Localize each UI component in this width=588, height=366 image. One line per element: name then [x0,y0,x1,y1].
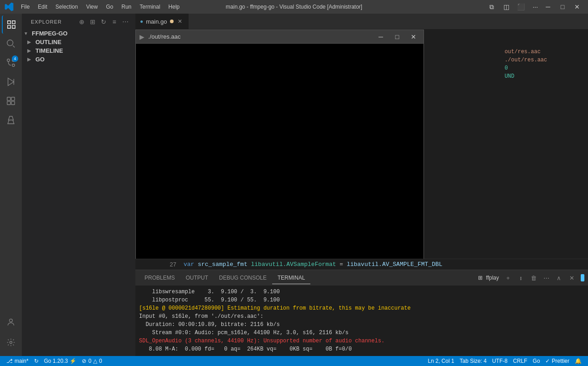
toggle-panel-btn[interactable]: ⬛ [514,2,527,12]
status-tab-size[interactable]: Tab Size: 4 [457,356,489,366]
warnings-icon: △ [93,358,97,364]
activity-testing[interactable] [2,111,20,129]
ffplay-title-icon: ▶ [140,33,145,40]
trash-terminal-btn[interactable]: 🗑 [528,272,539,283]
go-version-label: Go 1.20.3 [44,358,68,364]
status-formatter[interactable]: ✓ Prettier [543,356,572,366]
status-go-version[interactable]: Go 1.20.3 ⚡ [41,356,80,366]
go-label: GO [35,56,45,63]
activity-account[interactable] [2,313,20,331]
menu-selection[interactable]: Selection [52,2,81,12]
tree-item-go[interactable]: ▶ GO [22,55,135,64]
errors-icon: ⊘ [82,358,86,364]
more-terminal-btn[interactable]: ⋯ [541,272,552,283]
split-editor-btn[interactable]: ⧉ [485,2,498,12]
refresh-btn[interactable]: ↻ [99,17,108,26]
tab-output[interactable]: OUTPUT [180,272,214,284]
tab-bar: ● main.go ✕ [135,14,588,30]
ffplay-minimize-btn[interactable]: ─ [374,32,387,42]
terminal-side-text: out/res.aac ./out/res.aac 0 UND [504,48,547,80]
activity-extensions[interactable] [2,92,20,110]
tab-problems[interactable]: PROBLEMS [139,272,180,284]
status-git-branch[interactable]: ⎇ main* [4,356,31,366]
notification-icon: 🔔 [575,358,582,364]
tree-item-outline[interactable]: ▶ OUTLINE [22,38,135,46]
tab-main-go[interactable]: ● main.go ✕ [135,14,189,29]
new-file-btn[interactable]: ⊕ [77,17,86,26]
warnings-count: 0 [99,358,102,364]
menu-run[interactable]: Run [118,2,135,12]
menu-view[interactable]: View [82,2,101,12]
close-btn[interactable]: ✕ [571,2,583,12]
activity-search[interactable] [2,35,20,53]
errors-count: 0 [88,358,91,364]
timeline-arrow: ▶ [27,48,34,53]
activity-bottom [2,313,20,352]
tab-debug-console[interactable]: DEBUG CONSOLE [214,272,272,284]
window-title: main.go - ffmpeg-go - Visual Studio Code… [226,4,362,10]
vscode-logo [5,2,14,11]
minimize-btn[interactable]: ─ [542,2,554,12]
activity-explorer[interactable] [2,15,20,34]
terminal-instance-label[interactable]: ⊞ ffplay [476,275,501,281]
menu-go[interactable]: Go [102,2,117,12]
more-actions-btn[interactable]: ⋯ [121,17,130,26]
title-bar: File Edit Selection View Go Run Terminal… [0,0,588,14]
git-branch-label: main* [15,358,29,364]
tree-item-timeline[interactable]: ▶ TIMELINE [22,46,135,55]
new-folder-btn[interactable]: ⊞ [88,17,97,26]
terminal-line: Input #0, s16le, from './out/res.aac': [139,312,584,321]
status-notifications[interactable]: 🔔 [572,356,584,366]
menu-edit[interactable]: Edit [34,2,51,12]
terminal-line: 8.08 M-A: 0.000 fd= 0 aq= 264KB vq= 0KB … [139,345,584,353]
menu-file[interactable]: File [17,2,33,12]
tab-terminal[interactable]: TERMINAL [272,272,311,284]
svg-rect-9 [11,101,15,105]
tree-item-ffmpeg-go[interactable]: ▼ FFMPEG-GO [22,29,135,38]
editor-area: ● main.go ✕ ▶ ./out/res.aac ─ [135,14,588,356]
folder-label: FFMPEG-GO [32,30,68,37]
ffplay-close-btn[interactable]: ✕ [407,32,420,42]
status-errors[interactable]: ⊘ 0 △ 0 [79,356,105,366]
go-lightning-icon: ⚡ [70,358,76,364]
collapse-all-btn[interactable]: ≡ [110,17,119,26]
terminal-line: [s16le @ 0000021d47280900] Estimating du… [139,304,584,312]
status-cursor-position[interactable]: Ln 2, Col 1 [425,356,457,366]
ffplay-window[interactable]: ▶ ./out/res.aac ─ □ ✕ [135,30,424,259]
panel-scroll-indicator [581,274,584,281]
source-control-badge: 4 [12,55,18,62]
maximize-panel-btn[interactable]: ∧ [553,272,564,283]
maximize-btn[interactable]: □ [556,2,569,12]
ffplay-maximize-btn[interactable]: □ [391,32,404,42]
status-right: Ln 2, Col 1 Tab Size: 4 UTF-8 CRLF Go ✓ … [425,356,584,366]
menu-help[interactable]: Help [165,2,184,12]
activity-run[interactable] [2,73,20,91]
formatter-label: Prettier [552,358,569,364]
toggle-sidebar-btn[interactable]: ◫ [500,2,513,12]
close-panel-btn[interactable]: ✕ [566,272,577,283]
code-content: var src_sample_fmt libavutil.AVSampleFor… [184,261,443,268]
svg-point-11 [10,341,12,344]
svg-point-0 [7,40,13,46]
status-sync[interactable]: ↻ [31,356,41,366]
svg-marker-4 [8,78,14,86]
add-terminal-btn[interactable]: + [503,272,513,283]
menu-terminal[interactable]: Terminal [136,2,164,12]
file-tree: ▼ FFMPEG-GO ▶ OUTLINE ▶ TIMELINE ▶ GO [22,28,135,65]
status-language[interactable]: Go [530,356,543,366]
git-branch-icon: ⎇ [6,358,13,364]
split-terminal-btn[interactable]: ⫾ [515,272,526,283]
outline-arrow: ▶ [27,40,34,45]
ffplay-titlebar: ▶ ./out/res.aac ─ □ ✕ [136,30,424,44]
go-file-icon: ● [140,18,143,25]
status-line-ending[interactable]: CRLF [510,356,530,366]
tab-close-btn[interactable]: ✕ [176,18,184,25]
svg-rect-7 [11,97,15,100]
line-number: 27 [163,261,176,268]
activity-source-control[interactable]: 4 [2,54,20,72]
activity-settings[interactable] [2,333,20,351]
more-btn[interactable]: ··· [529,2,542,12]
panel: PROBLEMS OUTPUT DEBUG CONSOLE TERMINAL ⊞… [135,270,588,356]
terminal-content[interactable]: libswresample 3. 9.100 / 3. 9.100 libpos… [135,286,588,356]
status-encoding[interactable]: UTF-8 [489,356,510,366]
